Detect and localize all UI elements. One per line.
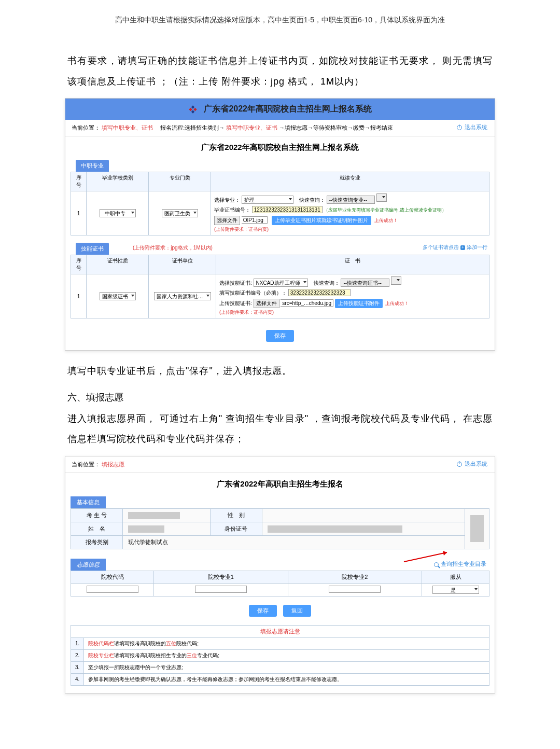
note-grad-code: （应届毕业生无需填写毕业证书编号,请上传就读专业证明）: [324, 207, 446, 213]
cell-no: 1: [71, 274, 87, 318]
app-header: 广东省2022年高职院校自主招生网上报名系统: [65, 99, 495, 120]
select-cert-unit[interactable]: 国家人力资源和社…: [154, 292, 211, 300]
svg-rect-1: [193, 108, 197, 111]
th-school-cat: 毕业学校类别: [87, 172, 149, 191]
select-quick-search-cert[interactable]: --快速查询证书--: [341, 279, 389, 287]
file-select-button[interactable]: 选择文件: [254, 299, 279, 308]
input-skill-cert-code[interactable]: 3232323232323232323: [288, 289, 351, 296]
svg-rect-0: [191, 105, 194, 108]
mid-paragraph: 填写中职专业证书后，点击"保存"，进入填报志愿。: [67, 361, 493, 382]
file-requirement-note: (上传附件要求：证书内页): [214, 226, 486, 233]
th-major-2: 院校专业2: [288, 571, 422, 583]
add-row-link[interactable]: 多个证书请点击 + 添加一行: [423, 244, 487, 251]
breadcrumb-label: 当前位置：: [72, 124, 100, 131]
tab-zhongzhi-major[interactable]: 中职专业: [76, 160, 109, 172]
select-major[interactable]: 护理: [242, 196, 293, 204]
quick-search-cert-dropdown-btn[interactable]: [391, 276, 401, 285]
th-study-major: 就读专业: [211, 172, 489, 191]
logout-label: 退出系统: [465, 461, 487, 467]
quick-search-dropdown-btn[interactable]: [376, 193, 387, 202]
chevron-down-icon: [131, 212, 134, 214]
photo-placeholder: [465, 508, 489, 549]
chevron-down-icon: [303, 281, 306, 283]
upload-skill-cert-button[interactable]: 上传技能证书附件: [335, 299, 383, 308]
breadcrumb-flow-1: 报名流程:选择招生类别→: [155, 124, 225, 131]
table-major: 序号 毕业学校类别 专业门类 就读专业 1 中职中专 医药卫生类 选择专业： 护…: [71, 172, 489, 235]
list-item: 1. 院校代码栏请填写报考高职院校的五位院校代码;: [71, 637, 489, 649]
label-quick-search-cert: 快速查询：: [314, 280, 340, 286]
th-cert-nature: 证书性质: [87, 255, 149, 274]
label-grad-code: 毕业证书编号：: [214, 207, 250, 213]
page-footer-note: 高中生和中职生请根据实际情况选择对应版本，高中生页面1-5，中职生页面6-10，…: [0, 16, 560, 25]
notice-num: 2.: [71, 649, 84, 661]
logout-link[interactable]: 退出系统: [457, 123, 487, 131]
breadcrumb-current-2: 填写中职专业、证书: [226, 124, 277, 131]
input-major-2[interactable]: [329, 586, 381, 593]
upload-success-text: 上传成功！: [385, 301, 409, 306]
value-exam-no: [123, 508, 211, 522]
tab-basic-info[interactable]: 基本信息: [71, 496, 106, 508]
plus-icon: +: [460, 245, 465, 250]
select-obey[interactable]: 是: [432, 586, 479, 594]
breadcrumb: 当前位置： 填报志愿 退出系统: [65, 456, 495, 473]
select-school-category[interactable]: 中职中专: [100, 209, 136, 217]
select-quick-search-major[interactable]: --快速查询专业--: [327, 196, 375, 204]
chevron-down-icon: [289, 198, 292, 200]
svg-rect-2: [189, 108, 192, 111]
breadcrumb-current-1: 填写中职专业、证书: [102, 124, 153, 131]
page-subtitle: 广东省2022年高职自主招生考生报名: [65, 473, 495, 496]
tab-volunteer-info[interactable]: 志愿信息: [71, 559, 106, 571]
select-major-category[interactable]: 医药卫生类: [162, 209, 198, 217]
breadcrumb-current: 填报志愿: [102, 461, 124, 467]
chevron-down-icon: [131, 295, 134, 297]
link-query-catalog[interactable]: 查询招生专业目录: [434, 560, 486, 568]
file-select-button[interactable]: 选择文件: [214, 216, 240, 225]
label-gender: 性 别: [210, 508, 262, 522]
value-gender: [262, 508, 465, 522]
power-icon: [457, 125, 462, 130]
chevron-down-icon: [206, 295, 209, 297]
search-icon: [434, 562, 439, 567]
label-upload-cert: 上传技能证书:: [219, 300, 252, 306]
upload-success-text: 上传成功！: [374, 218, 398, 223]
notice-title: 填报志愿请注意: [71, 625, 489, 637]
table-row: 1 国家级证书 国家人力资源和社… 选择技能证书: NXCAD助理工程师 快速查…: [71, 274, 489, 318]
app-title: 广东省2022年高职院校自主招生网上报名系统: [204, 104, 372, 113]
tab-skill-cert[interactable]: 技能证书: [76, 243, 109, 255]
cell-no: 1: [71, 191, 87, 235]
table-row: 是: [71, 583, 489, 596]
save-button[interactable]: 保存: [266, 330, 294, 342]
th-school-code: 院校代码: [71, 571, 154, 583]
th-major-door: 专业门类: [149, 172, 211, 191]
section-6-body: 进入填报志愿界面， 可通过右上角" 查询招生专业目录" ，查询报考院校代码及专业…: [67, 409, 493, 450]
notice-num: 1.: [71, 637, 84, 649]
svg-rect-3: [191, 110, 194, 113]
input-school-code[interactable]: [87, 586, 138, 593]
value-exam-type: 现代学徒制试点: [123, 535, 465, 549]
back-button[interactable]: 返回: [283, 605, 311, 617]
label-select-major: 选择专业：: [214, 197, 240, 203]
logout-link[interactable]: 退出系统: [457, 460, 487, 468]
notice-text: 至少填报一所院校志愿中的一个专业志愿;: [84, 661, 489, 673]
th-major-1: 院校专业1: [154, 571, 288, 583]
save-button[interactable]: 保存: [249, 605, 277, 617]
notice-num: 4.: [71, 673, 84, 685]
chevron-down-icon: [382, 196, 385, 198]
input-major-1[interactable]: [195, 586, 247, 593]
select-skill-cert[interactable]: NXCAD助理工程师: [254, 279, 308, 287]
table-notice: 1. 院校代码栏请填写报考高职院校的五位院校代码; 2. 院校专业栏请填写报考高…: [71, 637, 489, 686]
table-skill-cert: 序号 证书性质 证书单位 证 书 1 国家级证书 国家人力资源和社… 选择技能证…: [71, 255, 489, 318]
label-exam-type: 报考类别: [71, 535, 123, 549]
label-name: 姓 名: [71, 522, 123, 535]
chevron-down-icon: [193, 212, 197, 214]
th-cert-unit: 证书单位: [149, 255, 216, 274]
input-grad-cert-code[interactable]: 12313232323313131313131: [252, 206, 323, 213]
tab-note: (上传附件要求：jpg格式，1M以内): [133, 244, 213, 252]
file-name-display: src=http_…chedu.jpg: [281, 299, 333, 307]
breadcrumb-label: 当前位置：: [72, 461, 100, 467]
select-cert-nature[interactable]: 国家级证书: [100, 292, 136, 300]
power-icon: [457, 462, 462, 467]
upload-grad-cert-button[interactable]: 上传毕业证书图片或就读书证明附件图片: [272, 216, 371, 225]
app-frame-volunteer: 当前位置： 填报志愿 退出系统 广东省2022年高职自主招生考生报名 基本信息 …: [65, 456, 495, 693]
label-exam-no: 考 生 号: [71, 508, 123, 522]
